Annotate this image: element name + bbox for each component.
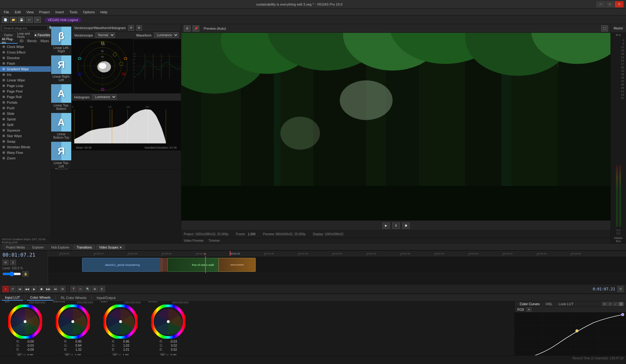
hub-button[interactable]: VEGAS Hub Logout bbox=[45, 17, 81, 22]
transition-linear-diag[interactable]: Я Linear Top-Left Diagonal bbox=[51, 141, 71, 169]
preview-settings-button[interactable]: ⚙ bbox=[184, 25, 191, 32]
effect-venetian[interactable]: Venetian Blinds bbox=[0, 144, 51, 150]
timeline-s-button[interactable]: S bbox=[10, 260, 16, 265]
scope-refresh-button[interactable]: ⟳ bbox=[128, 25, 134, 31]
fast-forward-button[interactable]: ⏭ bbox=[52, 286, 59, 292]
stop-transport-button[interactable]: ⏹ bbox=[38, 286, 44, 292]
level-slider[interactable] bbox=[2, 273, 21, 275]
preview-fullscreen-button[interactable]: ⛶ bbox=[601, 25, 608, 32]
tab-hub-explorer[interactable]: Hub Explorer bbox=[48, 245, 73, 250]
effect-push[interactable]: Push bbox=[0, 105, 51, 111]
lift-reset-button[interactable]: ↺ bbox=[29, 301, 34, 303]
subtab-wipes[interactable]: Wipes bbox=[38, 38, 51, 44]
effect-swap[interactable]: Swap bbox=[0, 139, 51, 144]
pause-button[interactable]: ⏸ bbox=[392, 223, 400, 229]
trimmer-link[interactable]: Trimmer bbox=[209, 239, 220, 242]
cp-tab-input-output[interactable]: Input/Output bbox=[94, 295, 119, 300]
subtab-blends[interactable]: Blends bbox=[25, 38, 39, 44]
new-button[interactable]: 📄 bbox=[2, 17, 9, 23]
record-button[interactable]: ● bbox=[2, 286, 9, 292]
transition-linear-bt[interactable]: A Linear Bottom-Top bbox=[51, 112, 71, 141]
clip-3[interactable]: wind-turbine bbox=[218, 258, 256, 272]
snap-button[interactable]: 📍 bbox=[70, 286, 77, 292]
effect-flash[interactable]: Flash bbox=[0, 61, 51, 66]
curves-tab-color[interactable]: Color Curves bbox=[517, 301, 542, 306]
redo-button[interactable]: ↪ bbox=[34, 17, 41, 23]
transition-linear-rl[interactable]: Я Linear Right-Left bbox=[51, 54, 71, 83]
zoom-in-button[interactable]: 🔍 bbox=[85, 286, 91, 292]
curves-expand-button[interactable]: ⤢ bbox=[613, 302, 618, 306]
curves-close-button[interactable]: ✕ bbox=[619, 302, 624, 306]
effect-spiral[interactable]: Spiral bbox=[0, 116, 51, 122]
video-preview-link[interactable]: Video Preview bbox=[184, 239, 204, 242]
play-button[interactable]: ▶ bbox=[382, 223, 390, 229]
lift-expand-button[interactable]: ⤢ bbox=[35, 301, 40, 303]
histogram-mode-select[interactable]: Luminance bbox=[92, 94, 117, 100]
menu-view[interactable]: View bbox=[24, 10, 36, 15]
effect-warp-flow[interactable]: Warp Flow bbox=[0, 150, 51, 155]
menu-project[interactable]: Project bbox=[37, 10, 52, 15]
gain-sync-button[interactable]: ⟳ bbox=[136, 301, 141, 303]
tab-loop[interactable]: Loop and Peels bbox=[17, 32, 34, 38]
curves-reset-button[interactable]: ↺ bbox=[607, 302, 612, 306]
effect-page-peel[interactable]: Page Peel bbox=[0, 89, 51, 94]
effect-zoom[interactable]: Zoom bbox=[0, 155, 51, 161]
menu-help[interactable]: Help bbox=[98, 10, 110, 15]
scope-settings-button[interactable]: ⚙ bbox=[136, 25, 142, 31]
curves-channel-button[interactable]: ▼ bbox=[527, 307, 531, 312]
play-pause-button[interactable]: ▶ bbox=[31, 286, 37, 292]
cp-tab-rl-color-wheels[interactable]: RL Color Wheels bbox=[58, 295, 90, 300]
open-button[interactable]: 📂 bbox=[10, 17, 17, 23]
stop-button[interactable]: ⏹ bbox=[402, 223, 410, 229]
rewind-button[interactable]: ⏮ bbox=[17, 286, 23, 292]
gamma-expand-button[interactable]: ⤢ bbox=[82, 301, 87, 303]
curves-tab-look-lut[interactable]: Look LUT bbox=[556, 301, 576, 306]
offset-wheel[interactable] bbox=[151, 305, 185, 339]
effect-gradient-wipe[interactable]: Gradient Wipe bbox=[0, 66, 51, 72]
transport-extra-1[interactable]: M bbox=[92, 286, 98, 292]
effect-split[interactable]: Split bbox=[0, 122, 51, 128]
effect-squeeze[interactable]: Squeeze bbox=[0, 128, 51, 133]
gamma-wheel[interactable] bbox=[56, 305, 90, 339]
menu-file[interactable]: File bbox=[1, 10, 12, 15]
menu-insert[interactable]: Insert bbox=[53, 10, 67, 15]
effect-page-roll[interactable]: Page Roll bbox=[0, 94, 51, 100]
next-frame-button[interactable]: ▶▶ bbox=[45, 286, 51, 292]
minimize-button[interactable]: ─ bbox=[596, 1, 605, 7]
tab-explorer[interactable]: Explorer bbox=[29, 245, 47, 250]
trim-button[interactable]: ✂ bbox=[77, 286, 84, 292]
prev-frame-button[interactable]: ◀◀ bbox=[24, 286, 30, 292]
tab-favorites[interactable]: ★ Favorites bbox=[34, 32, 51, 38]
cp-tab-color-wheels[interactable]: Color Wheels bbox=[27, 295, 54, 301]
transport-settings-button[interactable]: ⚙ bbox=[60, 286, 66, 292]
effect-slide[interactable]: Slide bbox=[0, 111, 51, 116]
transition-linear-lr[interactable]: β Linear Left-Right bbox=[51, 25, 71, 54]
search-input[interactable] bbox=[2, 25, 48, 31]
menu-options[interactable]: Options bbox=[81, 10, 97, 15]
lift-sync-button[interactable]: ⟳ bbox=[40, 301, 45, 303]
effect-page-loop[interactable]: Page Loop bbox=[0, 83, 51, 89]
gain-reset-button[interactable]: ↺ bbox=[125, 301, 130, 303]
transition-linear-tb[interactable]: A Linear Top-Bottom bbox=[51, 83, 71, 112]
effect-star-wipe[interactable]: Star Wipe bbox=[0, 133, 51, 139]
offset-sync-button[interactable]: ⟳ bbox=[183, 301, 188, 303]
timeline-m-button[interactable]: M bbox=[2, 260, 9, 265]
offset-reset-button[interactable]: ↺ bbox=[172, 301, 177, 303]
curves-settings-button[interactable]: ⚙ bbox=[602, 302, 607, 306]
effect-cross[interactable]: Cross Effect bbox=[0, 50, 51, 55]
loop-button[interactable]: ↺ bbox=[10, 286, 16, 292]
effect-portals[interactable]: Portals bbox=[0, 100, 51, 105]
clip-1[interactable]: dasiclic1_aerial-meandering bbox=[82, 258, 163, 272]
gain-expand-button[interactable]: ⤢ bbox=[130, 301, 135, 303]
cp-tab-input-lut[interactable]: Input LUT bbox=[2, 295, 23, 301]
offset-expand-button[interactable]: ⤢ bbox=[178, 301, 183, 303]
tab-video-scopes[interactable]: Video Scopes ✕ bbox=[96, 245, 125, 250]
preview-snap-button[interactable]: 📌 bbox=[192, 25, 199, 32]
close-button[interactable]: ✕ bbox=[615, 1, 624, 7]
maximize-button[interactable]: □ bbox=[606, 1, 614, 7]
gamma-sync-button[interactable]: ⟳ bbox=[88, 301, 93, 303]
effect-clock-wipe[interactable]: Clock Wipe bbox=[0, 44, 51, 50]
transport-timecode-button[interactable]: ⏱ bbox=[617, 286, 624, 292]
tab-project-media[interactable]: Project Media bbox=[2, 245, 28, 250]
lift-wheel[interactable] bbox=[8, 305, 42, 339]
